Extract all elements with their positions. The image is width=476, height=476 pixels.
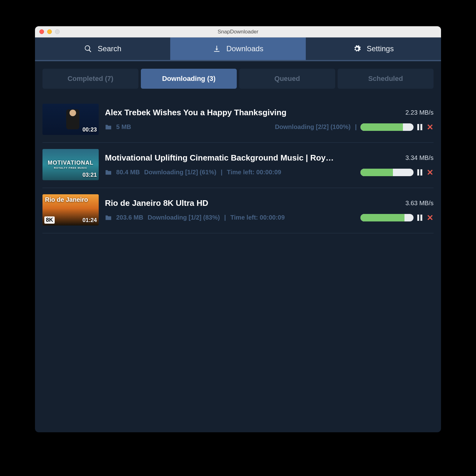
pause-button[interactable] — [417, 169, 423, 176]
download-row: Rio de Janeiro 8K 01:24 Rio de Janeiro 8… — [42, 188, 434, 233]
content-area: Completed (7) Downloading (3) Queued Sch… — [35, 61, 441, 233]
separator: | — [221, 169, 223, 176]
tab-completed[interactable]: Completed (7) — [42, 69, 138, 89]
file-size: 5 MB — [116, 123, 131, 131]
video-duration: 00:23 — [82, 126, 97, 133]
download-icon — [213, 45, 221, 53]
folder-icon — [105, 170, 112, 175]
pause-button[interactable] — [417, 124, 423, 130]
video-thumbnail[interactable]: Rio de Janeiro 8K 01:24 — [42, 194, 99, 226]
video-thumbnail[interactable]: 00:23 — [42, 104, 99, 135]
pause-button[interactable] — [417, 215, 423, 221]
progress-fill — [360, 214, 404, 221]
folder-icon — [105, 215, 112, 221]
tab-queued[interactable]: Queued — [239, 69, 335, 89]
titlebar: SnapDownloader — [35, 26, 441, 37]
cancel-button[interactable]: ✕ — [427, 214, 434, 222]
nav-settings-label: Settings — [367, 44, 394, 53]
nav-search[interactable]: Search — [35, 37, 170, 60]
progress-bar — [360, 214, 414, 221]
progress-fill — [360, 123, 403, 131]
folder-icon — [105, 124, 112, 130]
download-speed: 2.23 MB/s — [405, 109, 434, 116]
tab-downloading-label: Downloading (3) — [162, 75, 216, 83]
file-size: 80.4 MB — [116, 169, 140, 176]
progress-bar — [360, 169, 414, 176]
progress-fill — [360, 169, 393, 176]
app-window: SnapDownloader Search Downloads Settings… — [35, 26, 441, 432]
separator: | — [224, 214, 226, 221]
tab-queued-label: Queued — [275, 75, 300, 83]
progress-bar — [360, 123, 414, 131]
video-title: Rio de Janeiro 8K Ultra HD — [105, 198, 400, 208]
tab-completed-label: Completed (7) — [67, 75, 113, 83]
nav-settings[interactable]: Settings — [306, 37, 441, 60]
search-icon — [84, 45, 92, 53]
download-list: 00:23 Alex Trebek Wishes You a Happy Tha… — [42, 97, 434, 233]
thumbnail-text: Rio de Janeiro — [45, 196, 88, 203]
time-left: Time left: 00:00:09 — [230, 214, 285, 221]
download-subtabs: Completed (7) Downloading (3) Queued Sch… — [42, 69, 434, 89]
tab-downloading[interactable]: Downloading (3) — [141, 69, 237, 89]
separator: | — [355, 123, 357, 131]
download-row: 00:23 Alex Trebek Wishes You a Happy Tha… — [42, 97, 434, 143]
video-duration: 01:24 — [82, 217, 97, 224]
top-nav: Search Downloads Settings — [35, 37, 441, 61]
time-left: Time left: 00:00:09 — [227, 169, 281, 176]
download-speed: 3.34 MB/s — [405, 154, 434, 161]
video-title: Alex Trebek Wishes You a Happy Thanksgiv… — [105, 108, 400, 117]
download-status: Downloading [1/2] (83%) — [148, 214, 220, 221]
nav-downloads[interactable]: Downloads — [170, 37, 305, 60]
tab-scheduled[interactable]: Scheduled — [338, 69, 434, 89]
download-speed: 3.63 MB/s — [405, 200, 434, 207]
video-thumbnail[interactable]: MOTIVATIONAL ROYALTY FREE MUSIC 03:21 — [42, 149, 99, 180]
download-row: MOTIVATIONAL ROYALTY FREE MUSIC 03:21 Mo… — [42, 143, 434, 188]
cancel-button[interactable]: ✕ — [427, 123, 434, 131]
video-duration: 03:21 — [82, 172, 97, 178]
video-title: Motivational Uplifting Cinematic Backgro… — [105, 153, 400, 163]
resolution-badge: 8K — [44, 216, 55, 224]
nav-search-label: Search — [98, 44, 121, 53]
window-title: SnapDownloader — [35, 29, 441, 35]
file-size: 203.6 MB — [116, 214, 143, 221]
nav-downloads-label: Downloads — [226, 44, 264, 53]
cancel-button[interactable]: ✕ — [427, 168, 434, 176]
thumbnail-text: MOTIVATIONAL — [42, 160, 99, 166]
tab-scheduled-label: Scheduled — [368, 75, 403, 83]
gear-icon — [353, 45, 361, 53]
download-status: Downloading [1/2] (61%) — [144, 169, 216, 176]
download-status: Downloading [2/2] (100%) — [275, 123, 350, 131]
